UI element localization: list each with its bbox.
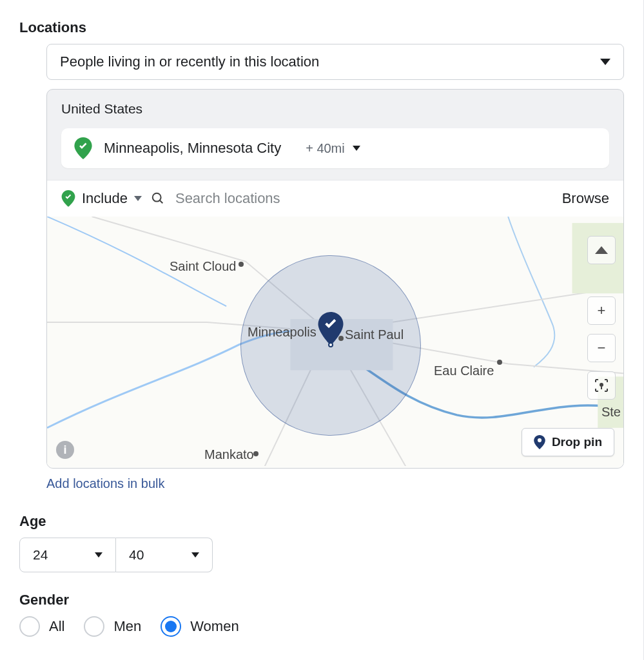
location-map[interactable]: Saint Cloud Minneapolis Saint Paul Eau C… <box>47 217 623 468</box>
map-controls: + − <box>587 236 616 400</box>
radio-icon <box>161 616 181 637</box>
map-recenter-button[interactable] <box>587 371 616 400</box>
gender-heading: Gender <box>19 592 624 608</box>
map-zoom-out-button[interactable]: − <box>587 334 616 362</box>
gender-radio-men[interactable]: Men <box>84 616 141 637</box>
chevron-down-icon <box>134 196 142 201</box>
map-pin-icon <box>74 137 92 159</box>
gender-option-label: All <box>49 618 64 635</box>
gender-option-label: Men <box>113 618 141 635</box>
map-label-mankato: Mankato <box>204 447 254 462</box>
map-pin-icon <box>61 190 75 207</box>
svg-line-1 <box>160 200 163 204</box>
svg-point-7 <box>538 438 542 442</box>
selected-location-pin[interactable] <box>318 312 344 345</box>
chevron-up-icon <box>595 246 608 254</box>
age-min-value: 24 <box>33 547 48 563</box>
gender-radio-all[interactable]: All <box>19 616 64 637</box>
map-label-saint-paul: Saint Paul <box>345 327 404 342</box>
drop-pin-button[interactable]: Drop pin <box>522 428 614 456</box>
radio-icon <box>19 616 40 637</box>
location-search-input[interactable] <box>174 189 553 208</box>
age-min-dropdown[interactable]: 24 <box>19 538 116 572</box>
include-label: Include <box>82 190 128 207</box>
targeting-type-dropdown[interactable]: People living in or recently in this loc… <box>46 44 624 80</box>
svg-point-6 <box>600 383 603 387</box>
radio-icon <box>84 616 104 637</box>
age-max-value: 40 <box>129 547 144 563</box>
city-dot <box>253 451 259 456</box>
include-exclude-toggle[interactable]: Include <box>61 190 142 207</box>
map-label-ste: Ste <box>601 405 621 420</box>
map-label-saint-cloud: Saint Cloud <box>170 259 236 274</box>
browse-link[interactable]: Browse <box>562 190 609 207</box>
search-icon <box>151 191 165 206</box>
svg-point-0 <box>153 193 161 202</box>
country-label: United States <box>47 90 623 128</box>
map-label-eau-claire: Eau Claire <box>434 364 494 378</box>
add-locations-bulk-link[interactable]: Add locations in bulk <box>46 476 624 491</box>
chevron-down-icon <box>191 552 199 558</box>
age-heading: Age <box>19 513 624 530</box>
map-pin-icon <box>534 435 545 449</box>
crosshair-pin-icon <box>594 378 609 393</box>
drop-pin-label: Drop pin <box>552 435 602 449</box>
map-label-minneapolis: Minneapolis <box>248 325 317 340</box>
locations-heading: Locations <box>19 19 624 36</box>
city-dot <box>239 262 244 267</box>
chevron-down-icon <box>95 552 102 558</box>
plus-icon: + <box>598 302 606 319</box>
map-zoom-in-button[interactable]: + <box>587 296 616 325</box>
age-max-dropdown[interactable]: 40 <box>116 538 213 572</box>
chevron-down-icon <box>353 146 360 151</box>
map-info-icon[interactable]: i <box>56 441 74 459</box>
location-chip-radius-value: + 40mi <box>306 141 345 156</box>
targeting-type-value: People living in or recently in this loc… <box>60 53 319 70</box>
location-search-bar: Include Browse <box>47 180 623 217</box>
locations-card: United States Minneapolis, Minnesota Cit… <box>46 89 624 469</box>
gender-option-label: Women <box>190 618 239 635</box>
city-dot <box>497 360 502 365</box>
gender-radio-women[interactable]: Women <box>161 616 239 637</box>
map-collapse-button[interactable] <box>587 236 616 264</box>
chevron-down-icon <box>600 59 610 65</box>
location-chip-radius-toggle[interactable]: + 40mi <box>306 141 360 156</box>
minus-icon: − <box>598 340 606 356</box>
location-chip[interactable]: Minneapolis, Minnesota City + 40mi <box>61 128 609 168</box>
location-chip-city: Minneapolis, Minnesota City <box>104 140 281 157</box>
